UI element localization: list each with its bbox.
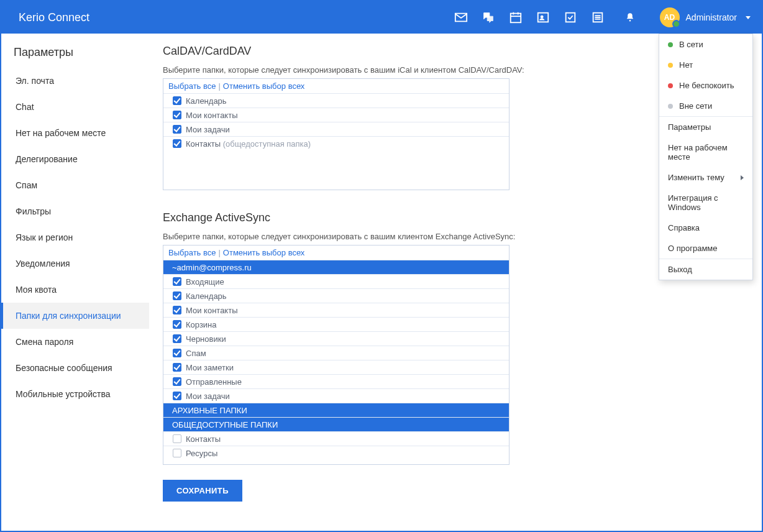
status-label: Вне сети xyxy=(679,101,712,111)
eas-panel: Выбрать все | Отменить выбор всех ~admin… xyxy=(163,245,509,465)
notifications-icon[interactable] xyxy=(611,12,649,23)
eas-toolbar: Выбрать все | Отменить выбор всех xyxy=(163,245,509,260)
list-section-header[interactable]: ~admin@compress.ru xyxy=(163,260,509,274)
sidebar-item[interactable]: Chat xyxy=(1,94,149,120)
calendar-icon[interactable] xyxy=(502,1,529,34)
list-item-label: Мои заметки xyxy=(186,363,504,372)
list-item[interactable]: Мои контакты xyxy=(163,303,509,317)
menu-item[interactable]: Справка xyxy=(659,218,752,238)
list-item[interactable]: Контакты (общедоступная папка) xyxy=(163,136,509,150)
chevron-down-icon xyxy=(746,16,751,19)
status-dot-icon xyxy=(668,63,673,68)
list-section-header[interactable]: ОБЩЕДОСТУПНЫЕ ПАПКИ xyxy=(163,417,509,431)
menu-item[interactable]: Параметры xyxy=(659,117,752,137)
mail-icon[interactable] xyxy=(447,1,475,34)
menu-item[interactable]: Нет на рабочем месте xyxy=(659,137,752,167)
checkbox[interactable] xyxy=(173,96,181,105)
status-label: Не беспокоить xyxy=(679,81,734,90)
checkbox[interactable] xyxy=(173,349,181,357)
list-item[interactable]: Мои контакты xyxy=(163,108,509,122)
checkbox[interactable] xyxy=(173,363,181,372)
menu-item-label: О программе xyxy=(668,244,718,253)
sidebar-item[interactable]: Эл. почта xyxy=(1,68,149,94)
menu-item-label: Справка xyxy=(668,223,700,232)
sidebar-item[interactable]: Папки для синхронизации xyxy=(1,303,149,329)
list-item-label: Мои задачи xyxy=(186,392,504,401)
sidebar-item[interactable]: Фильтры xyxy=(1,198,149,224)
sidebar-item[interactable]: Спам xyxy=(1,172,149,198)
list-item[interactable]: Календарь xyxy=(163,93,509,108)
eas-select-all[interactable]: Выбрать все xyxy=(168,248,216,257)
caldav-select-all[interactable]: Выбрать все xyxy=(168,81,216,91)
list-item[interactable]: Корзина xyxy=(163,317,509,331)
header: Kerio Connect AD xyxy=(1,1,762,34)
checkbox[interactable] xyxy=(173,125,181,134)
checkbox[interactable] xyxy=(173,434,181,443)
list-item-label: Входящие xyxy=(186,277,504,287)
sidebar-item[interactable]: Нет на рабочем месте xyxy=(1,120,149,146)
status-label: В сети xyxy=(679,40,703,49)
list-item-label: Ресурсы xyxy=(186,449,504,458)
user-name: Administrator xyxy=(686,12,737,22)
menu-item[interactable]: Изменить тему xyxy=(659,167,752,188)
checkbox[interactable] xyxy=(173,291,181,300)
sidebar-item[interactable]: Мобильные устройства xyxy=(1,381,149,407)
svg-point-11 xyxy=(629,20,630,21)
app-window: Kerio Connect AD xyxy=(0,0,763,532)
list-item[interactable]: Календарь xyxy=(163,288,509,303)
menu-item-label: Нет на рабочем месте xyxy=(668,143,744,162)
list-item[interactable]: Мои задачи xyxy=(163,388,509,403)
sidebar-item[interactable]: Делегирование xyxy=(1,146,149,172)
sidebar-title: Параметры xyxy=(1,36,149,68)
list-item-label: Календарь xyxy=(186,291,504,301)
checkbox[interactable] xyxy=(173,139,181,148)
sidebar-item[interactable]: Язык и регион xyxy=(1,224,149,250)
list-item[interactable]: Спам xyxy=(163,346,509,360)
menu-item[interactable]: Интеграция с Windows xyxy=(659,188,752,218)
list-item[interactable]: Черновики xyxy=(163,331,509,346)
checkbox[interactable] xyxy=(173,449,181,457)
list-item-label: Контакты (общедоступная папка) xyxy=(186,139,504,149)
list-item-label: Мои контакты xyxy=(186,111,504,120)
list-item-label: Черновики xyxy=(186,334,504,344)
chevron-right-icon xyxy=(741,175,744,180)
user-menu-trigger[interactable]: AD Administrator xyxy=(649,7,751,27)
menu-item-label: Интеграция с Windows xyxy=(668,193,744,212)
checkbox[interactable] xyxy=(173,377,181,386)
sidebar-item[interactable]: Безопасные сообщения xyxy=(1,355,149,381)
tasks-icon[interactable] xyxy=(557,1,584,34)
list-item[interactable]: Мои задачи xyxy=(163,122,509,136)
list-item[interactable]: Входящие xyxy=(163,274,509,288)
checkbox[interactable] xyxy=(173,306,181,314)
status-option[interactable]: Вне сети xyxy=(659,96,752,116)
svg-rect-6 xyxy=(565,13,575,22)
notes-icon[interactable] xyxy=(584,1,611,34)
avatar: AD xyxy=(660,7,680,27)
status-option[interactable]: Нет xyxy=(659,55,752,75)
menu-item-logout[interactable]: Выход xyxy=(659,259,752,280)
list-item[interactable]: Ресурсы xyxy=(163,446,509,460)
checkbox[interactable] xyxy=(173,277,181,286)
checkbox[interactable] xyxy=(173,320,181,329)
checkbox[interactable] xyxy=(173,111,181,119)
sidebar-item[interactable]: Уведомления xyxy=(1,250,149,277)
list-item[interactable]: Мои заметки xyxy=(163,360,509,374)
status-option[interactable]: Не беспокоить xyxy=(659,75,752,96)
list-item-label: Контакты xyxy=(186,434,504,444)
list-item-label: Отправленные xyxy=(186,377,504,387)
sidebar-item[interactable]: Моя квота xyxy=(1,277,149,303)
sidebar: Параметры Эл. почтаChatНет на рабочем ме… xyxy=(1,34,149,531)
caldav-deselect-all[interactable]: Отменить выбор всех xyxy=(223,81,305,91)
eas-deselect-all[interactable]: Отменить выбор всех xyxy=(223,248,305,257)
status-option[interactable]: В сети xyxy=(659,34,752,55)
save-button[interactable]: СОХРАНИТЬ xyxy=(163,480,242,502)
checkbox[interactable] xyxy=(173,392,181,400)
checkbox[interactable] xyxy=(173,334,181,343)
chat-icon[interactable] xyxy=(475,1,502,34)
menu-item[interactable]: О программе xyxy=(659,238,752,259)
sidebar-item[interactable]: Смена пароля xyxy=(1,329,149,355)
list-item[interactable]: Отправленные xyxy=(163,374,509,388)
contacts-icon[interactable] xyxy=(529,1,557,34)
list-section-header[interactable]: АРХИВНЫЕ ПАПКИ xyxy=(163,403,509,417)
list-item[interactable]: Контакты xyxy=(163,431,509,446)
